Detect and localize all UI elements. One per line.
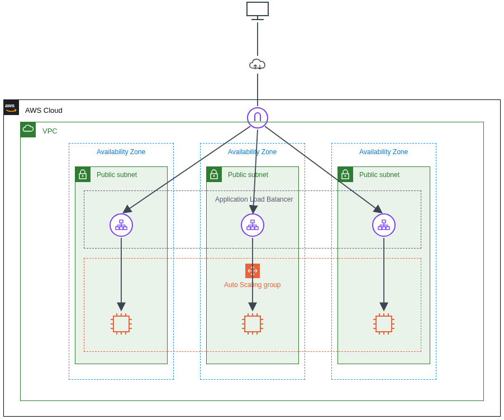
alb-group-label: Application Load Balancer [215, 195, 293, 203]
aws-logo-icon: aws [3, 99, 19, 115]
svg-rect-50 [245, 316, 260, 332]
az-3-label: Availability Zone [359, 148, 408, 156]
svg-rect-0 [247, 2, 268, 16]
svg-rect-63 [376, 316, 392, 332]
subnet-1-label: Public subnet [97, 171, 137, 179]
asg-group-label: Auto Scaling group [224, 281, 280, 289]
svg-rect-18 [123, 227, 127, 230]
az-1-label: Availability Zone [97, 148, 145, 156]
ec2-instance-1 [109, 312, 134, 336]
svg-rect-35 [382, 227, 386, 230]
alb-node-3 [372, 213, 396, 237]
subnet-lock-icon-1 [75, 166, 91, 182]
svg-rect-26 [251, 227, 254, 230]
svg-text:aws: aws [5, 103, 15, 108]
svg-rect-16 [116, 227, 119, 230]
svg-rect-37 [113, 316, 129, 332]
subnet-2-label: Public subnet [228, 171, 268, 179]
aws-cloud-label: AWS Cloud [25, 106, 63, 114]
svg-rect-34 [378, 227, 382, 230]
internet-gateway-icon [248, 57, 268, 73]
ec2-instance-3 [372, 312, 396, 336]
svg-rect-25 [247, 227, 250, 230]
ec2-instance-2 [240, 312, 265, 336]
client-computer-icon [246, 1, 269, 21]
svg-rect-36 [386, 227, 389, 230]
svg-point-7 [213, 175, 215, 177]
subnet-3-label: Public subnet [359, 171, 400, 179]
svg-point-9 [345, 175, 346, 177]
svg-rect-27 [255, 227, 258, 230]
svg-rect-17 [120, 227, 123, 230]
vpc-icon [20, 122, 36, 137]
vpc-label: VPC [42, 127, 58, 135]
subnet-lock-icon-3 [337, 166, 353, 182]
svg-point-5 [82, 175, 84, 177]
az-2-label: Availability Zone [228, 148, 277, 156]
alb-node-1 [110, 213, 133, 237]
svg-rect-28 [382, 220, 386, 223]
alb-node-2 [241, 213, 264, 237]
subnet-lock-icon-2 [206, 166, 222, 182]
svg-rect-10 [120, 220, 123, 223]
auto-scaling-group-icon [245, 264, 260, 278]
svg-rect-19 [251, 220, 254, 223]
